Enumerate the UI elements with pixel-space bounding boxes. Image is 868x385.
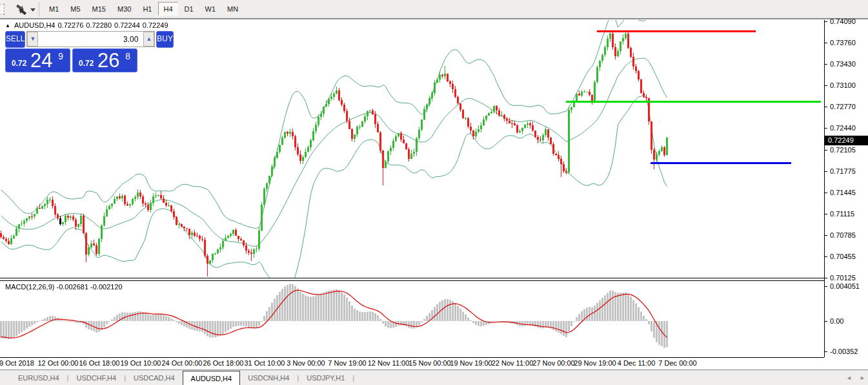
price-tick-label: 0.71445 xyxy=(830,189,856,196)
tab-usdjpy-h1[interactable]: USDJPY,H1 xyxy=(299,371,352,384)
symbol-title: AUDUSD,H4 xyxy=(14,21,56,29)
price-tick-label: 0.73430 xyxy=(830,60,856,68)
volume-spinner: ▼ ▲ xyxy=(26,31,155,47)
price-tick-mark xyxy=(824,85,827,86)
volume-decrease-button[interactable]: ▼ xyxy=(27,32,38,47)
sell-price-small: 0.72 xyxy=(12,59,26,68)
macd-tick-mark xyxy=(824,286,827,287)
price-tick-label: 0.72440 xyxy=(830,124,856,132)
volume-increase-button[interactable]: ▲ xyxy=(143,32,154,47)
one-click-trade-panel: SELL ▼ ▲ BUY 0.72 24 9 0.72 26 8 xyxy=(5,31,137,72)
clipped-toolbar-icon xyxy=(0,4,5,15)
price-tick-mark xyxy=(824,235,827,236)
time-axis-label: 26 Oct 18:00 xyxy=(203,359,244,367)
time-axis-label: 4 Dec 11:00 xyxy=(618,359,656,367)
chart-macd-separator[interactable] xyxy=(0,278,824,278)
time-axis-label: 16 Oct 18:00 xyxy=(79,359,120,367)
order-arrows-icon[interactable] xyxy=(14,4,28,16)
price-tick-label: 0.74090 xyxy=(830,17,856,25)
macd-tick-label: 0.00 xyxy=(830,317,843,325)
timeframe-button-h1[interactable]: H1 xyxy=(137,2,157,16)
timeframe-toolbar: M1M5M15M30H1H4D1W1MN xyxy=(44,2,245,16)
tab-eurusd-h4[interactable]: EURUSD,H4 xyxy=(10,371,67,384)
price-tick-mark xyxy=(824,192,827,193)
chart-tabs: EURUSD,H4|USDCHF,H4|USDCAD,H4AUDUSD,H4US… xyxy=(10,370,354,385)
time-axis-label: 27 Nov 00:00 xyxy=(532,359,574,367)
tab-audusd-h4[interactable]: AUDUSD,H4 xyxy=(183,371,241,385)
sell-price-sup: 9 xyxy=(58,51,63,61)
dropdown-caret-icon[interactable] xyxy=(30,8,35,12)
price-tick-mark xyxy=(824,214,827,214)
price-tick-label: 0.71115 xyxy=(830,210,854,218)
price-tick-label: 0.73760 xyxy=(830,39,856,47)
price-tick-mark xyxy=(824,43,827,43)
tab-scroll-right-icon[interactable]: ► xyxy=(860,375,865,381)
collapse-triangle-icon[interactable]: ▲ xyxy=(5,23,10,28)
price-tick-label: 0.70785 xyxy=(830,231,856,239)
price-tick-mark xyxy=(824,150,827,151)
tab-scroll-left-icon[interactable]: ◄ xyxy=(846,375,852,381)
timeframe-button-mn[interactable]: MN xyxy=(222,2,243,16)
macd-pane-top-border xyxy=(0,280,824,281)
time-axis-label: 22 Nov 11:00 xyxy=(492,359,534,367)
chart-tab-bar: EURUSD,H4|USDCHF,H4|USDCAD,H4AUDUSD,H4US… xyxy=(0,369,868,385)
price-tick-label: 0.70455 xyxy=(830,253,856,260)
time-axis-label: 12 Nov 11:00 xyxy=(368,359,410,367)
toolbar: M1M5M15M30H1H4D1W1MN xyxy=(0,0,868,19)
time-axis-label: 12 Oct 00:00 xyxy=(38,359,79,367)
volume-input[interactable] xyxy=(38,32,143,47)
macd-indicator-label: MACD(12,26,9) -0.002681 -0.002120 xyxy=(5,283,123,291)
timeframe-button-h4[interactable]: H4 xyxy=(158,2,177,16)
price-tick-mark xyxy=(824,107,827,107)
macd-tick-mark xyxy=(824,321,827,322)
timeframe-button-d1[interactable]: D1 xyxy=(179,2,199,16)
time-axis-label: 19 Oct 10:00 xyxy=(121,359,161,367)
buy-price-big: 26 xyxy=(97,49,119,72)
tab-separator: | xyxy=(352,374,354,382)
time-axis[interactable]: 9 Oct 201812 Oct 00:0016 Oct 18:0019 Oct… xyxy=(0,359,824,369)
macd-indicator-canvas[interactable] xyxy=(0,281,824,357)
toolbar-grip xyxy=(39,3,39,16)
price-tick-mark xyxy=(824,171,827,172)
price-tick-label: 0.71775 xyxy=(830,167,856,175)
time-axis-label: 31 Oct 10:00 xyxy=(245,359,285,367)
price-tick-mark xyxy=(824,64,827,65)
timeframe-button-m30[interactable]: M30 xyxy=(112,2,136,16)
price-tick-label: 0.72770 xyxy=(830,103,856,110)
time-axis-label: 15 Nov 00:00 xyxy=(409,359,450,367)
timeframe-button-w1[interactable]: W1 xyxy=(200,2,221,16)
price-tick-mark xyxy=(824,256,827,257)
tab-usdcad-h4[interactable]: USDCAD,H4 xyxy=(126,371,183,384)
timeframe-button-m1[interactable]: M1 xyxy=(44,2,64,16)
price-tick-label: 0.72105 xyxy=(830,146,856,154)
chart-title: ▲AUDUSD,H40.722760.722800.722440.72249 xyxy=(5,21,171,29)
buy-button[interactable]: BUY xyxy=(156,31,174,48)
buy-price-small: 0.72 xyxy=(79,59,94,68)
price-axis-border xyxy=(824,20,825,357)
sell-button[interactable]: SELL xyxy=(5,31,25,48)
time-axis-label: 3 Nov 00:00 xyxy=(287,359,325,367)
ohlc-close: 0.72249 xyxy=(143,21,168,29)
price-tick-label: 0.73100 xyxy=(830,81,856,89)
timeframe-button-m5[interactable]: M5 xyxy=(65,2,85,16)
ohlc-low: 0.72244 xyxy=(114,21,140,29)
ohlc-open: 0.72276 xyxy=(58,21,84,29)
macd-tick-mark xyxy=(824,351,827,352)
ohlc-high: 0.72280 xyxy=(86,21,112,29)
time-axis-label: 9 Oct 2018 xyxy=(0,359,34,367)
tab-usdcnh-h4[interactable]: USDCNH,H4 xyxy=(240,371,297,384)
buy-price-button[interactable]: 0.72 26 8 xyxy=(72,48,137,72)
price-tick-label: 0.70125 xyxy=(830,274,856,282)
sell-price-button[interactable]: 0.72 24 9 xyxy=(5,48,70,72)
time-axis-label: 19 Nov 19:00 xyxy=(450,359,492,367)
current-price-tag: 0.72249 xyxy=(825,136,868,145)
time-axis-label: 7 Dec 00:00 xyxy=(658,359,696,367)
buy-price-sup: 8 xyxy=(125,51,130,61)
macd-tick-label: -0.00352 xyxy=(830,348,858,355)
price-tick-mark xyxy=(824,128,827,129)
tab-usdchf-h4[interactable]: USDCHF,H4 xyxy=(68,371,124,384)
time-axis-label: 29 Nov 19:00 xyxy=(574,359,616,367)
timeframe-button-m15[interactable]: M15 xyxy=(87,2,111,16)
time-axis-label: 7 Nov 19:00 xyxy=(328,359,366,367)
sell-price-big: 24 xyxy=(30,49,52,72)
